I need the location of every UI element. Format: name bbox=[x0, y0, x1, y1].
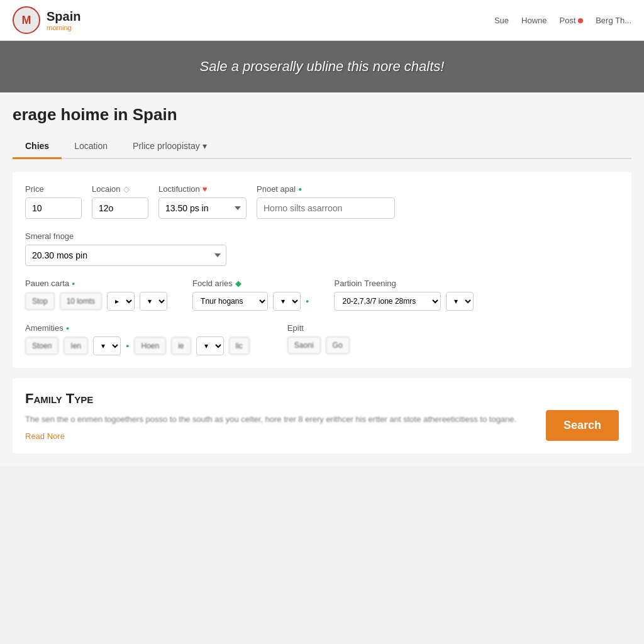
location-filter-group: Locaion ◇ bbox=[92, 184, 148, 219]
focld-select-1[interactable]: Tnur hogans bbox=[192, 292, 268, 311]
site-subtitle: morning bbox=[47, 24, 80, 31]
price-input[interactable] bbox=[25, 197, 82, 219]
focld-dot-icon: ● bbox=[306, 298, 309, 304]
amem-ien-btn[interactable]: Ien bbox=[64, 337, 88, 355]
pauen-controls: Stop 10 lomts ▸ ▾ bbox=[25, 292, 167, 311]
nav-item-berg[interactable]: Berg Th... bbox=[596, 16, 631, 25]
partioin-treening-label: Partioin Treening bbox=[334, 279, 474, 288]
pnoet-apal-label: Pnoet apal ● bbox=[257, 184, 395, 194]
amem-stoen-btn[interactable]: Stoen bbox=[25, 337, 58, 355]
pauen-stop-btn[interactable]: Stop bbox=[25, 292, 55, 310]
pauen-icon: ● bbox=[72, 280, 75, 287]
card-content: Family Type The sen the o enmen togoethe… bbox=[25, 391, 533, 441]
logo-text-group: Spain morning bbox=[47, 9, 80, 31]
filter-tabs: Chies Location Prlice prloopistay ▾ bbox=[13, 135, 631, 159]
family-type-card: Family Type The sen the o enmen togoethe… bbox=[13, 378, 631, 453]
tab-arrow-icon: ▾ bbox=[203, 141, 207, 151]
tab-location[interactable]: Location bbox=[62, 135, 120, 159]
amemities-controls: Stoen Ien ▾ ● Hoen ie ▾ lic bbox=[25, 336, 250, 355]
amem-select-2[interactable]: ▾ bbox=[196, 336, 224, 355]
amem-select-1[interactable]: ▾ bbox=[93, 336, 121, 355]
amem-lic-btn[interactable]: lic bbox=[229, 337, 250, 355]
price-label: Price bbox=[25, 184, 82, 194]
green-dot-icon: ● bbox=[298, 186, 302, 192]
smeral-fnoge-group: Smeral fnoge 20.30 mos pin 21.00 mos pin… bbox=[25, 231, 619, 266]
pauen-lomts-btn[interactable]: 10 lomts bbox=[60, 292, 102, 310]
partioin-select[interactable]: 20-2,7,3/7 ione 28mrs bbox=[334, 292, 441, 311]
smeral-fnoge-label: Smeral fnoge bbox=[25, 231, 619, 241]
tab-price[interactable]: Prlice prloopistay ▾ bbox=[120, 135, 219, 159]
pauen-select-2[interactable]: ▾ bbox=[140, 292, 167, 311]
banner-text: Sale a proserally ubline this nore chalt… bbox=[13, 58, 631, 75]
focld-aries-group: Focld aries ◆ Tnur hogans ▾ ● bbox=[192, 279, 309, 311]
pauen-carta-label: Pauen carta ● bbox=[25, 279, 167, 288]
card-title: Family Type bbox=[25, 391, 533, 407]
price-filter-group: Price bbox=[25, 184, 82, 219]
focld-controls: Tnur hogans ▾ ● bbox=[192, 292, 309, 311]
partioin-treening-group: Partioin Treening 20-2,7,3/7 ione 28mrs … bbox=[334, 279, 474, 311]
partioin-select-2[interactable]: ▾ bbox=[446, 292, 474, 311]
amemities-group: Amemities ● Stoen Ien ▾ ● Hoen ie ▾ lic bbox=[25, 323, 250, 355]
epitt-saoni-btn[interactable]: Saoni bbox=[287, 336, 321, 354]
tab-chies[interactable]: Chies bbox=[13, 135, 62, 159]
epitt-controls: Saoni Go bbox=[287, 336, 350, 354]
location-label: Locaion ◇ bbox=[92, 184, 148, 194]
amem-ie-btn[interactable]: ie bbox=[171, 337, 191, 355]
main-content: erage hoime in Spain Chies Location Prli… bbox=[0, 92, 644, 466]
amem-dot-icon: ● bbox=[126, 343, 129, 349]
page-title: erage hoime in Spain bbox=[13, 105, 631, 125]
nav-item-post[interactable]: Post bbox=[560, 16, 584, 25]
location-input[interactable] bbox=[92, 197, 148, 219]
filter-row-3: Pauen carta ● Stop 10 lomts ▸ ▾ Focld ar… bbox=[25, 279, 619, 311]
epitt-label: Epitt bbox=[287, 323, 350, 333]
heart-icon: ♥ bbox=[203, 184, 208, 194]
nav-item-howne[interactable]: Howne bbox=[521, 16, 547, 25]
focld-aries-label: Focld aries ◆ bbox=[192, 279, 309, 288]
pauen-select-1[interactable]: ▸ bbox=[107, 292, 135, 311]
amem-hoen-btn[interactable]: Hoen bbox=[134, 337, 166, 355]
loctifuction-select[interactable]: 13.50 ps in 14.00 ps in 15.00 ps in bbox=[158, 197, 247, 219]
pauen-carta-group: Pauen carta ● Stop 10 lomts ▸ ▾ bbox=[25, 279, 167, 311]
filter-row-1: Price Locaion ◇ Loctifuction ♥ 13.50 ps … bbox=[25, 184, 619, 219]
card-description: The sen the o enmen togoethers posso to … bbox=[25, 413, 533, 426]
partioin-controls: 20-2,7,3/7 ione 28mrs ▾ bbox=[334, 292, 474, 311]
notification-dot bbox=[578, 18, 583, 23]
focld-diamond-icon: ◆ bbox=[235, 279, 242, 288]
epitt-go-btn[interactable]: Go bbox=[326, 336, 350, 354]
amemities-icon: ● bbox=[66, 325, 69, 331]
site-name: Spain bbox=[47, 9, 80, 24]
pnoet-apal-filter-group: Pnoet apal ● bbox=[257, 184, 395, 219]
amemities-label: Amemities ● bbox=[25, 323, 250, 333]
amenities-row: Amemities ● Stoen Ien ▾ ● Hoen ie ▾ lic bbox=[25, 323, 619, 355]
pnoet-apal-input[interactable] bbox=[257, 197, 395, 219]
nav-item-sue[interactable]: Sue bbox=[494, 16, 509, 25]
loctifuction-filter-group: Loctifuction ♥ 13.50 ps in 14.00 ps in 1… bbox=[158, 184, 247, 219]
location-icon: ◇ bbox=[123, 184, 130, 194]
focld-select-2[interactable]: ▾ bbox=[273, 292, 301, 311]
filter-section: Price Locaion ◇ Loctifuction ♥ 13.50 ps … bbox=[13, 172, 631, 368]
search-button[interactable]: Search bbox=[546, 410, 619, 441]
main-nav: Sue Howne Post Berg Th... bbox=[494, 16, 631, 25]
loctifuction-label: Loctifuction ♥ bbox=[158, 184, 247, 194]
epitt-group: Epitt Saoni Go bbox=[287, 323, 350, 354]
logo-icon: M bbox=[13, 6, 40, 34]
card-read-more-link[interactable]: Read Nore bbox=[25, 431, 65, 441]
promo-banner: Sale a proserally ubline this nore chalt… bbox=[0, 41, 644, 92]
smeral-fnoge-select[interactable]: 20.30 mos pin 21.00 mos pin 22.00 mos pi… bbox=[25, 245, 226, 266]
header: M Spain morning Sue Howne Post Berg Th..… bbox=[0, 0, 644, 41]
